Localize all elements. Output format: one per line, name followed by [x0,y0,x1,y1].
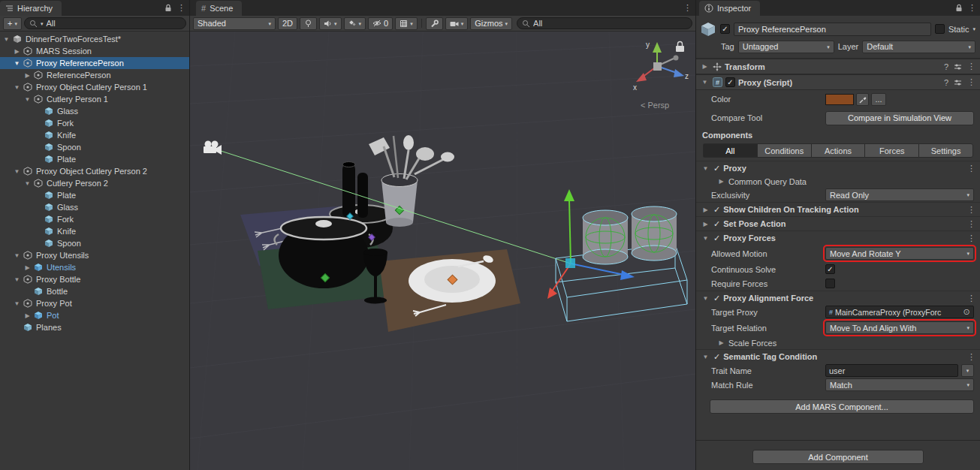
hierarchy-item-proxy-pot[interactable]: ▼Proxy Pot [0,297,189,309]
foldout-arrow-icon[interactable]: ▼ [12,60,22,67]
section-proxy-forces-header[interactable]: ▼ ✓ Proxy Forces ⋮ [696,230,980,245]
shading-mode-dropdown[interactable]: Shaded ▾ [193,17,276,30]
section-show-children-header[interactable]: ▶ ✓ Show Children On Tracking Action ⋮ [696,202,980,216]
foldout-arrow-icon[interactable]: ▶ [12,48,22,55]
layer-dropdown[interactable]: Default▾ [862,41,975,53]
static-checkbox[interactable] [935,24,945,34]
component-enabled-checkbox[interactable]: ✓ [725,77,735,87]
target-proxy-object-field[interactable]: # MainCameraProxy (ProxyForc ⊙ [825,306,974,318]
common-query-data-foldout[interactable]: ▶ Common Query Data [696,175,980,188]
tab-forces[interactable]: Forces [864,143,918,158]
help-icon[interactable]: ? [944,62,948,71]
add-mars-component-button[interactable]: Add MARS Component... [710,399,974,414]
2d-toggle-button[interactable]: 2D [278,17,297,30]
foldout-arrow-icon[interactable]: ▶ [23,312,32,319]
trait-name-dropdown-button[interactable]: ▾ [961,364,974,377]
require-forces-checkbox[interactable] [825,279,835,288]
foldout-arrow-icon[interactable]: ▶ [716,339,726,346]
lock-icon[interactable] [164,4,172,12]
color-more-button[interactable]: ... [871,93,886,106]
foldout-arrow-icon[interactable]: ▼ [2,36,11,43]
foldout-arrow-icon[interactable]: ▶ [700,63,710,70]
tab-settings[interactable]: Settings [918,143,973,158]
hierarchy-tree[interactable]: ▼DinnerForTwoForcesTest*▶MARS Session▼Pr… [0,32,189,470]
hierarchy-item-glass[interactable]: Glass [0,201,189,213]
scene-search-input[interactable] [533,19,687,28]
add-component-button[interactable]: Add Component [752,450,924,464]
camera-settings-dropdown[interactable]: ▾ [445,17,469,30]
utensil-cup[interactable] [381,174,418,227]
tab-inspector[interactable]: Inspector [699,1,760,16]
kebab-menu-icon[interactable]: ⋮ [967,219,975,229]
hierarchy-item-knife[interactable]: Knife [0,225,189,237]
match-rule-dropdown[interactable]: Match▾ [825,378,974,391]
foldout-arrow-icon[interactable]: ▼ [12,300,22,307]
tab-conditions[interactable]: Conditions [757,143,811,158]
hierarchy-item-proxy-utensils[interactable]: ▼Proxy Utensils [0,249,189,261]
lock-icon[interactable] [955,4,963,12]
hierarchy-item-plate[interactable]: Plate [0,153,189,165]
kebab-menu-icon[interactable]: ⋮ [967,164,975,173]
hierarchy-item-knife[interactable]: Knife [0,129,189,141]
foldout-arrow-icon[interactable]: ▼ [12,84,22,91]
hierarchy-item-cutlery-person-1[interactable]: ▼Cutlery Person 1 [0,93,189,105]
axis-z-label[interactable]: z [685,72,689,80]
allowed-motion-dropdown[interactable]: Move And Rotate Y▾ [825,247,974,260]
hierarchy-item-cutlery-person-2[interactable]: ▼Cutlery Person 2 [0,177,189,189]
hierarchy-search-field[interactable]: ▾ [24,17,186,29]
grid-visibility-dropdown[interactable]: ▾ [395,17,418,30]
hierarchy-item-proxy-object-cutlery-person-1[interactable]: ▼Proxy Object Cutlery Person 1 [0,81,189,93]
active-checkbox[interactable]: ✓ [720,24,730,34]
eyedropper-icon[interactable] [856,93,869,106]
foldout-arrow-icon[interactable]: ▶ [701,206,710,213]
section-alignment-force-header[interactable]: ▼ ✓ Proxy Alignment Force ⋮ [696,291,980,305]
foldout-arrow-icon[interactable]: ▶ [23,264,32,271]
create-object-button[interactable]: + ▾ [3,17,22,30]
kebab-menu-icon[interactable]: ⋮ [967,62,975,71]
move-gizmo-center[interactable] [565,258,575,268]
hierarchy-item-fork[interactable]: Fork [0,213,189,225]
presets-icon[interactable] [954,79,962,86]
foldout-arrow-icon[interactable]: ▼ [700,79,710,86]
tab-actions[interactable]: Actions [811,143,865,158]
hierarchy-item-dinnerfortwoforcestest[interactable]: ▼DinnerForTwoForcesTest* [0,33,189,45]
hierarchy-item-planes[interactable]: Planes [0,321,189,333]
scale-forces-foldout[interactable]: ▶ Scale Forces [696,336,980,349]
kebab-menu-icon[interactable]: ⋮ [683,3,692,13]
tab-all[interactable]: All [703,143,757,158]
foldout-arrow-icon[interactable]: ▶ [701,221,710,227]
hierarchy-item-pot[interactable]: ▶Pot [0,309,189,321]
continuous-solve-checkbox[interactable]: ✓ [825,264,835,274]
kebab-menu-icon[interactable]: ⋮ [968,3,976,13]
foldout-arrow-icon[interactable]: ▼ [12,252,22,259]
tab-scene[interactable]: # Scene [196,1,242,16]
foldout-arrow-icon[interactable]: ▶ [716,178,726,185]
foldout-arrow-icon[interactable]: ▼ [701,295,710,302]
hierarchy-item-fork[interactable]: Fork [0,117,189,129]
tab-hierarchy[interactable]: Hierarchy [0,1,62,16]
foldout-arrow-icon[interactable]: ▼ [701,354,710,360]
hierarchy-item-glass[interactable]: Glass [0,105,189,117]
hierarchy-item-utensils[interactable]: ▶Utensils [0,261,189,273]
caret-down-icon[interactable]: ▾ [41,21,44,26]
hierarchy-item-spoon[interactable]: Spoon [0,237,189,249]
proxy-cylinder-2[interactable] [632,206,677,261]
proxy-cylinder-1[interactable] [583,210,628,264]
gameobject-icon[interactable] [700,21,716,38]
hierarchy-item-plate[interactable]: Plate [0,189,189,201]
foldout-arrow-icon[interactable]: ▼ [701,165,710,172]
axis-y-label[interactable]: y [646,41,650,49]
static-caret-icon[interactable]: ▾ [972,26,975,32]
foldout-arrow-icon[interactable]: ▶ [23,72,32,79]
scene-viewport[interactable]: y x z < Persp [190,32,695,470]
perspective-label[interactable]: < Persp [641,101,669,110]
audio-toggle-button[interactable]: ▾ [319,17,342,30]
presets-icon[interactable] [954,63,962,71]
trait-name-input[interactable] [825,364,958,377]
hierarchy-item-bottle[interactable]: Bottle [0,285,189,297]
foldout-arrow-icon[interactable]: ▼ [701,235,710,242]
kebab-menu-icon[interactable]: ⋮ [177,3,185,13]
component-tools-button[interactable] [426,17,443,30]
object-picker-icon[interactable]: ⊙ [961,307,972,317]
hierarchy-item-spoon[interactable]: Spoon [0,141,189,153]
